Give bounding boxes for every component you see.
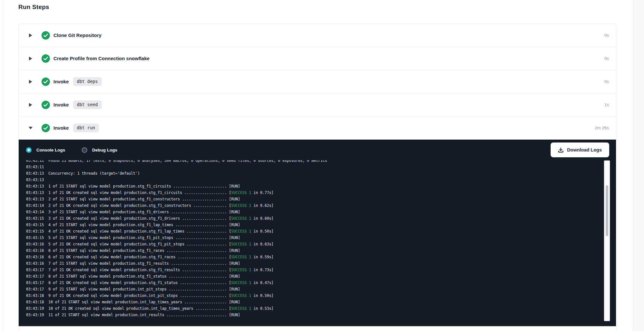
log-text-segment: 03:43:15 4 of 21 OK created sql view mod… xyxy=(26,229,231,234)
log-scrollbar-track[interactable] xyxy=(604,161,610,321)
log-text-segment: 03:43:13 2 of 21 START sql view model pr… xyxy=(26,197,240,201)
run-steps-card: Clone Git Repository0sCreate Profile fro… xyxy=(18,23,616,331)
log-line: 03:43:11 xyxy=(26,164,602,170)
log-success-segment: SUCCESS 1 xyxy=(231,203,251,208)
log-line: 03:43:16 6 of 21 OK created sql view mod… xyxy=(26,254,602,260)
log-text-segment: 03:43:17 9 of 21 START sql view model pr… xyxy=(26,287,240,291)
page-title: Run Steps xyxy=(18,4,49,11)
log-text-segment: 03:43:19 10 of 21 OK created sql view mo… xyxy=(26,306,231,311)
success-check-icon xyxy=(42,31,50,40)
log-text-segment: 03:43:19 11 of 21 START sql view model p… xyxy=(26,313,240,317)
log-line: 03:43:11 Found 21 models, 17 tests, 0 sn… xyxy=(26,160,602,164)
log-text-segment: 03:43:17 8 of 21 START sql view model pr… xyxy=(26,274,240,279)
log-success-segment: SUCCESS 1 xyxy=(231,293,251,298)
chevron-right-icon xyxy=(28,103,33,107)
log-type-radio-group: Console LogsDebug Logs xyxy=(26,147,117,153)
step-label: Invoke xyxy=(53,79,69,84)
log-success-segment: SUCCESS 1 xyxy=(231,268,251,272)
log-line: 03:43:16 7 of 21 START sql view model pr… xyxy=(26,260,602,267)
log-text-segment: 03:43:16 7 of 21 START sql view model pr… xyxy=(26,261,240,266)
console-panel: Console LogsDebug Logs Download Logs 03:… xyxy=(19,140,616,326)
log-line: 03:43:19 11 of 21 START sql view model p… xyxy=(26,312,602,318)
log-text-segment: in 0.50s] xyxy=(251,293,273,298)
log-success-segment: SUCCESS 1 xyxy=(231,229,251,234)
log-success-segment: SUCCESS 1 xyxy=(231,242,251,246)
step-duration: 0s xyxy=(604,79,609,84)
run-step-row[interactable]: Clone Git Repository0s xyxy=(19,24,616,47)
run-steps-list: Clone Git Repository0sCreate Profile fro… xyxy=(19,24,616,140)
run-step-row[interactable]: Invokedbt seed1s xyxy=(19,93,616,116)
log-text-segment: 03:43:14 3 of 21 START sql view model pr… xyxy=(26,210,240,214)
log-line: 03:43:15 5 of 21 START sql view model pr… xyxy=(26,234,602,241)
step-label: Invoke xyxy=(53,125,69,131)
success-check-icon xyxy=(42,101,50,109)
chevron-right-icon xyxy=(28,33,33,38)
log-type-radio-console[interactable]: Console Logs xyxy=(26,147,65,153)
log-text-segment: in 0.63s] xyxy=(251,242,273,246)
log-text-segment: in 0.77s] xyxy=(251,190,273,195)
log-text-segment: in 0.47s] xyxy=(251,280,273,285)
log-line: 03:43:15 4 of 21 OK created sql view mod… xyxy=(26,228,602,234)
log-line: 03:43:13 Concurrency: 1 threads (target=… xyxy=(26,170,602,177)
download-logs-button[interactable]: Download Logs xyxy=(551,143,609,157)
log-text-segment: 03:43:18 9 of 21 OK created sql view mod… xyxy=(26,293,231,298)
log-text-segment: in 0.62s] xyxy=(251,203,273,208)
log-line: 03:43:13 xyxy=(26,177,602,183)
step-duration: 1s xyxy=(604,102,609,107)
log-text-segment: 03:43:13 1 of 21 OK created sql view mod… xyxy=(26,190,231,195)
log-line: 03:43:16 5 of 21 OK created sql view mod… xyxy=(26,241,602,247)
log-type-radio-debug[interactable]: Debug Logs xyxy=(82,147,117,153)
success-check-icon xyxy=(42,78,50,86)
run-step-row[interactable]: Invokedbt deps0s xyxy=(19,70,616,93)
run-step-row[interactable]: Invokedbt run2m 26s xyxy=(19,116,616,140)
run-step-row[interactable]: Create Profile from Connection snowflake… xyxy=(19,47,616,70)
log-line: 03:43:14 2 of 21 OK created sql view mod… xyxy=(26,202,602,209)
step-label: Clone Git Repository xyxy=(53,32,101,38)
console-log-output[interactable]: 03:43:11 Found 21 models, 17 tests, 0 sn… xyxy=(19,160,602,326)
log-text-segment: 03:43:16 6 of 21 OK created sql view mod… xyxy=(26,255,231,259)
step-duration: 0s xyxy=(604,56,609,61)
log-line: 03:43:17 8 of 21 OK created sql view mod… xyxy=(26,280,602,286)
log-line: 03:43:13 1 of 21 OK created sql view mod… xyxy=(26,189,602,196)
chevron-right-icon xyxy=(28,79,33,84)
log-text-segment: 03:43:15 3 of 21 OK created sql view mod… xyxy=(26,216,231,221)
log-text-segment: 03:43:14 2 of 21 OK created sql view mod… xyxy=(26,203,231,208)
log-text-segment: in 0.60s] xyxy=(251,216,273,221)
log-text-segment: in 0.73s] xyxy=(251,268,273,272)
radio-selected-icon[interactable] xyxy=(26,147,32,153)
card-tail xyxy=(19,326,616,331)
log-line: 03:43:13 1 of 21 START sql view model pr… xyxy=(26,183,602,189)
log-text-segment: 03:43:16 5 of 21 OK created sql view mod… xyxy=(26,242,231,246)
log-text-segment: 03:43:18 10 of 21 START sql view model p… xyxy=(26,300,240,304)
log-text-segment: 03:43:16 6 of 21 START sql view model pr… xyxy=(26,248,240,253)
log-text-segment: in 0.59s] xyxy=(251,255,273,259)
log-line: 03:43:17 9 of 21 START sql view model pr… xyxy=(26,286,602,292)
radio-label: Console Logs xyxy=(36,148,65,152)
console-toolbar: Console LogsDebug Logs Download Logs xyxy=(19,140,616,160)
step-command-badge: dbt deps xyxy=(73,77,102,86)
log-line: 03:43:15 4 of 21 START sql view model pr… xyxy=(26,222,602,228)
log-success-segment: SUCCESS 1 xyxy=(231,216,251,221)
radio-unselected-icon[interactable] xyxy=(82,147,87,153)
log-line: 03:43:17 7 of 21 OK created sql view mod… xyxy=(26,267,602,273)
step-command-badge: dbt run xyxy=(73,124,99,132)
log-text-segment: 03:43:13 1 of 21 START sql view model pr… xyxy=(26,184,240,188)
log-scrollbar-thumb[interactable] xyxy=(606,185,608,236)
log-text-segment: 03:43:13 Concurrency: 1 threads (target=… xyxy=(26,171,140,176)
log-text-segment: 03:43:17 7 of 21 OK created sql view mod… xyxy=(26,268,231,272)
log-success-segment: SUCCESS 1 xyxy=(231,255,251,259)
log-line: 03:43:19 10 of 21 OK created sql view mo… xyxy=(26,305,602,312)
log-text-segment: 03:43:15 4 of 21 START sql view model pr… xyxy=(26,223,240,227)
left-panel-divider xyxy=(3,0,3,331)
log-text-segment: 03:43:11 Found 21 models, 17 tests, 0 sn… xyxy=(26,160,327,163)
log-text-segment: in 0.50s] xyxy=(251,229,273,234)
log-text-segment: 03:43:15 5 of 21 START sql view model pr… xyxy=(26,235,240,240)
log-line: 03:43:15 3 of 21 OK created sql view mod… xyxy=(26,215,602,222)
right-panel-gutter xyxy=(633,0,644,331)
log-text-segment: in 0.53s] xyxy=(251,306,273,311)
radio-label: Debug Logs xyxy=(92,148,117,152)
chevron-down-icon xyxy=(28,126,33,130)
step-label: Invoke xyxy=(53,102,69,107)
step-command-badge: dbt seed xyxy=(73,100,102,109)
log-success-segment: SUCCESS 1 xyxy=(231,306,251,311)
